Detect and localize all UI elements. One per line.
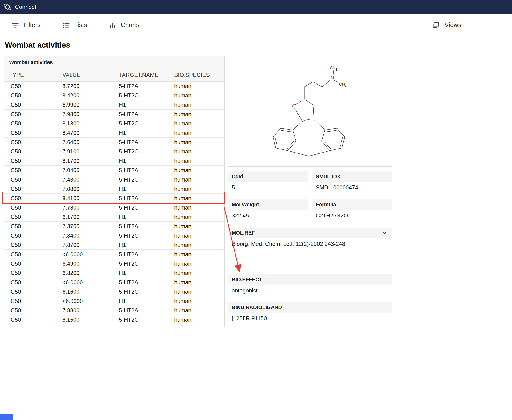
table-cell: 8.4200: [58, 91, 114, 100]
table-row[interactable]: IC506.49005-HT2Chuman: [4, 259, 224, 268]
table-cell: 8.4100: [58, 194, 114, 202]
table-cell: human: [169, 315, 224, 324]
table-cell: H1: [114, 100, 169, 109]
mol-weight-label: Mol Weight: [228, 200, 308, 210]
table-cell: IC50: [4, 296, 58, 306]
formula-value: C21H26N2O: [312, 210, 392, 219]
table-row[interactable]: IC507.88005-HT2Ahuman: [4, 306, 224, 315]
table-row[interactable]: IC507.91005-HT2Chuman: [4, 147, 224, 156]
table-row[interactable]: IC507.0800H1human: [4, 184, 224, 194]
views-button[interactable]: Views: [431, 21, 461, 30]
table-cell: human: [169, 203, 224, 212]
table-cell: human: [169, 222, 224, 231]
table-cell: human: [169, 156, 224, 165]
atom-label-n-ring: N: [301, 118, 304, 123]
filters-button[interactable]: Filters: [11, 21, 41, 29]
table-row[interactable]: IC508.15005-HT2Chuman: [4, 315, 224, 324]
table-cell: IC50: [4, 166, 58, 175]
table-cell: IC50: [4, 268, 58, 278]
table-cell: 7.7300: [58, 203, 114, 212]
lists-button[interactable]: Lists: [62, 21, 87, 29]
table-cell: 5-HT2C: [114, 175, 169, 184]
table-cell: 7.3700: [58, 222, 114, 231]
table-cell: 5-HT2A: [114, 138, 169, 147]
lists-label: Lists: [74, 22, 87, 29]
table-cell: <6.0000: [58, 278, 114, 287]
table-row[interactable]: IC506.16005-HT2Chuman: [4, 287, 224, 296]
table-body: IC508.72005-HT2AhumanIC508.42005-HT2Chum…: [4, 82, 224, 324]
table-cell: human: [169, 119, 224, 128]
page-title: Wombat activities: [5, 41, 70, 50]
table-row[interactable]: IC50<6.00005-HT2Ahuman: [4, 278, 224, 287]
table-cell: 7.8400: [58, 231, 114, 240]
table-cell: IC50: [4, 175, 58, 184]
table-cell: 5-HT2A: [114, 278, 169, 287]
column-header-bio-species[interactable]: BIO.SPECIES: [169, 68, 224, 81]
table-row[interactable]: IC507.73005-HT2Chuman: [4, 203, 224, 212]
table-cell: 5-HT2C: [114, 231, 169, 240]
table-header-row: TYPE VALUE TARGET.NAME BIO.SPECIES: [4, 68, 224, 82]
table-cell: human: [169, 184, 224, 193]
views-icon: [431, 21, 440, 30]
table-cell: 5-HT2A: [114, 194, 169, 202]
table-cell: 5-HT2A: [114, 222, 169, 231]
column-header-target-name[interactable]: TARGET.NAME: [114, 68, 169, 81]
atom-label-n-amine: N: [331, 75, 334, 80]
table-row[interactable]: IC507.04005-HT2Ahuman: [4, 166, 224, 175]
table-cell: human: [169, 128, 224, 137]
column-header-value[interactable]: VALUE: [58, 68, 114, 81]
filters-label: Filters: [23, 22, 41, 29]
table-row[interactable]: IC507.8700H1human: [4, 240, 224, 250]
bio-effect-value: antagonist: [228, 285, 392, 294]
views-label: Views: [445, 22, 461, 29]
table-cell: human: [169, 91, 224, 100]
table-row[interactable]: IC507.84005-HT2Chuman: [4, 231, 224, 240]
table-cell: IC50: [4, 250, 58, 259]
table-cell: 5-HT2C: [114, 147, 169, 156]
table-row[interactable]: IC506.8200H1human: [4, 268, 224, 278]
bind-radioligand-card: BIND.RADIOLIGAND [125I]R-91150: [228, 302, 392, 325]
chevron-down-icon[interactable]: [381, 230, 388, 236]
table-row[interactable]: IC508.42005-HT2Chuman: [4, 91, 224, 100]
table-row[interactable]: IC50<6.00005-HT2Ahuman: [4, 250, 224, 259]
table-row[interactable]: IC508.4700H1human: [4, 128, 224, 138]
table-cell: 5-HT2C: [114, 287, 169, 296]
table-row[interactable]: IC50<6.0000H1human: [4, 296, 224, 306]
mol-ref-label: MOL.REF: [232, 228, 255, 238]
table-row[interactable]: IC508.72005-HT2Ahuman: [4, 82, 224, 91]
cdid-card: CdId 5: [228, 171, 308, 195]
table-cell: human: [169, 268, 224, 278]
table-cell: 8.1500: [58, 315, 114, 324]
mol-weight-value: 322.45: [228, 210, 308, 219]
table-cell: 8.4700: [58, 128, 114, 137]
formula-card: Formula C21H26N2O: [312, 199, 392, 223]
table-title: Wombat activities: [4, 56, 224, 68]
table-cell: human: [169, 240, 224, 249]
table-row-selected[interactable]: IC508.41005-HT2Ahuman: [4, 194, 224, 203]
table-row[interactable]: IC506.1700H1human: [4, 212, 224, 222]
list-icon: [62, 21, 70, 29]
table-cell: IC50: [4, 315, 58, 324]
molecule-structure-image: CH3 N CH3 O N: [257, 61, 363, 162]
table-cell: 5-HT2C: [114, 91, 169, 100]
table-row[interactable]: IC507.37005-HT2Ahuman: [4, 222, 224, 231]
table-cell: 5-HT2C: [114, 203, 169, 212]
table-row[interactable]: IC507.43005-HT2Chuman: [4, 175, 224, 184]
table-cell: human: [169, 287, 224, 296]
table-cell: <6.0000: [58, 296, 114, 306]
column-header-type[interactable]: TYPE: [4, 68, 58, 81]
charts-button[interactable]: Charts: [109, 21, 140, 29]
table-cell: human: [169, 250, 224, 259]
table-row[interactable]: IC508.1700H1human: [4, 156, 224, 166]
table-cell: IC50: [4, 259, 58, 268]
table-row[interactable]: IC508.13005-HT2Chuman: [4, 119, 224, 128]
table-cell: IC50: [4, 240, 58, 249]
table-cell: 5-HT2A: [114, 166, 169, 175]
table-cell: 7.0400: [58, 166, 114, 175]
toolbar: Filters Lists Charts Views: [0, 14, 512, 36]
bottom-left-widget[interactable]: [0, 414, 13, 420]
table-row[interactable]: IC507.98005-HT2Ahuman: [4, 110, 224, 119]
table-cell: H1: [114, 268, 169, 278]
table-row[interactable]: IC507.64005-HT2Ahuman: [4, 138, 224, 147]
table-row[interactable]: IC506.9900H1human: [4, 100, 224, 110]
